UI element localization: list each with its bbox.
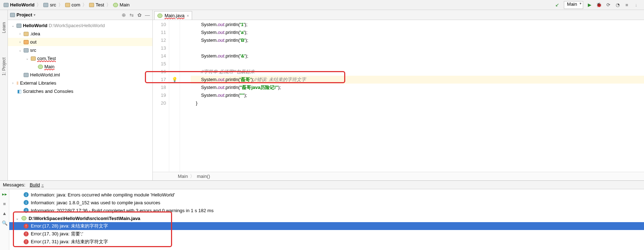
message-row[interactable]: !Error:(17, 28) java: 未结束的字符文字 [9,222,644,230]
main-area: Learn 1: Project Project▾ ⊕ ⇆ ✿ — ⌄ Hell… [0,10,644,180]
icon-gutter: 💡 [169,20,180,172]
tree-toggle[interactable]: ⌄ [15,216,19,220]
tree-root[interactable]: ⌄ HelloWorld D:\WorkSpaces\HelloWorld [8,21,152,30]
debug-icon[interactable]: 🐞 [596,2,602,8]
external-libraries[interactable]: › ⫴ External Libraries [8,79,152,87]
tree-toggle[interactable]: › [18,40,22,44]
folder-icon [43,3,48,7]
tree-toggle[interactable]: ⌄ [11,24,15,28]
breadcrumb-item[interactable]: src [42,2,57,8]
breadcrumb-item[interactable]: Test [88,2,106,8]
filter-icon[interactable]: ▲ [2,211,7,216]
tree-item[interactable]: ⌄com.Test [8,54,152,62]
expand-icon[interactable]: ⇆ [129,12,135,18]
folder-icon [24,32,29,36]
stop-icon[interactable]: ■ [624,2,630,8]
tree-item[interactable]: HelloWorld.iml [8,71,152,79]
editor-tabs: Main.java × [153,10,644,20]
view-mode-dropdown[interactable]: ▾ [34,13,35,17]
run-icon[interactable]: ▶ [587,2,592,8]
info-icon: i [24,200,29,205]
class-icon [38,65,43,69]
mod-icon [24,73,29,77]
update-icon[interactable]: ↓ [633,2,639,8]
locate-icon[interactable]: ⊕ [121,12,127,18]
error-icon: ! [24,231,29,236]
breadcrumb-sep: 〉 [82,2,87,8]
file-icon [21,216,26,220]
breadcrumb-sep: 〉 [58,2,63,8]
tree-toggle[interactable]: ⌄ [25,56,29,60]
tree-item[interactable]: Main [8,62,152,71]
hide-icon[interactable]: — [145,12,150,18]
class-icon [113,3,118,7]
breadcrumb-item[interactable]: Main [112,2,131,8]
search-icon[interactable]: 🔍 [2,220,8,226]
messages-panel: Messages: Build× ▸▸ ■ ▲ 🔍 iInformation: … [0,180,644,250]
messages-tree[interactable]: iInformation: java: Errors occurred whil… [9,189,644,250]
editor-column: Main.java × 1011121314151617181920 💡 Sys… [153,10,644,180]
mod-icon [24,48,29,52]
folder-icon [31,56,36,61]
message-row[interactable]: !Error:(17, 31) java: 未结束的字符文字 [9,238,644,246]
breadcrumb-item[interactable]: HelloWorld [2,2,36,8]
left-tool-rail: Learn 1: Project [0,10,8,180]
project-tree[interactable]: ⌄ HelloWorld D:\WorkSpaces\HelloWorld ›.… [8,20,152,180]
error-icon: ! [24,239,29,244]
build-tab[interactable]: Build× [30,182,44,188]
code-area[interactable]: System.out.println('1'); System.out.prin… [180,20,644,172]
run-config-selector[interactable]: Main [564,1,583,9]
message-row[interactable]: !Error:(17, 30) java: 需要';' [9,230,644,238]
tree-item[interactable]: ⌄src [8,46,152,54]
editor-breadcrumb: Main 〉 main() [153,172,644,180]
breadcrumb-sep: 〉 [36,2,41,8]
settings-icon[interactable]: ✿ [137,12,142,18]
messages-tabs: Messages: Build× [0,181,644,189]
tree-toggle[interactable]: › [11,81,15,85]
info-icon: i [24,208,29,213]
folder-o-icon [24,40,29,44]
editor-tab[interactable]: Main.java × [154,11,192,20]
module-icon [4,3,9,7]
tree-item[interactable]: ›out [8,38,152,46]
message-row[interactable]: iInformation: 2022/8/7 17:36 - Build com… [9,206,644,214]
folder-icon [89,3,94,7]
editor-body[interactable]: 1011121314151617181920 💡 System.out.prin… [153,20,644,172]
navigation-bar: HelloWorld 〉 src 〉 com 〉 Test 〉 Main ↙ M… [0,0,644,10]
message-row[interactable]: iInformation: java: Errors occurred whil… [9,191,644,199]
module-icon [16,24,21,28]
breadcrumb-item[interactable]: com [64,2,82,8]
project-tab[interactable]: 1: Project [1,56,7,77]
stop-build-icon[interactable]: ■ [3,201,6,206]
project-tool-window: Project▾ ⊕ ⇆ ✿ — ⌄ HelloWorld D:\WorkSpa… [8,10,153,180]
class-icon [157,14,162,18]
messages-title: Messages: [3,182,25,188]
folder-icon [65,3,70,7]
tree-item[interactable]: ›.idea [8,30,152,38]
editor-crumb-item[interactable]: main() [197,174,210,179]
tree-toggle[interactable]: ⌄ [18,48,22,52]
line-gutter: 1011121314151617181920 [153,20,169,172]
scratches-consoles[interactable]: ◧ Scratches and Consoles [8,87,152,95]
rerun-icon[interactable]: ▸▸ [2,191,7,197]
learn-tab[interactable]: Learn [1,21,7,35]
messages-toolbar: ▸▸ ■ ▲ 🔍 [0,189,9,250]
coverage-icon[interactable]: ⟳ [605,2,611,8]
message-row[interactable]: ⌄D:\WorkSpaces\HelloWorld\src\com\Test\M… [9,214,644,222]
message-row[interactable]: iInformation: javac 1.8.0_152 was used t… [9,199,644,206]
close-tab-icon[interactable]: × [42,183,44,187]
project-icon [10,13,15,17]
profile-icon[interactable]: ◔ [615,2,620,8]
breadcrumb-sep: 〉 [106,2,111,8]
info-icon: i [24,192,29,197]
error-icon: ! [24,224,29,229]
back-icon[interactable]: ↙ [555,2,560,8]
editor-crumb-item[interactable]: Main [178,174,188,179]
project-header: Project▾ ⊕ ⇆ ✿ — [8,10,152,20]
close-tab-icon[interactable]: × [187,14,189,18]
tree-toggle[interactable]: › [18,32,22,36]
